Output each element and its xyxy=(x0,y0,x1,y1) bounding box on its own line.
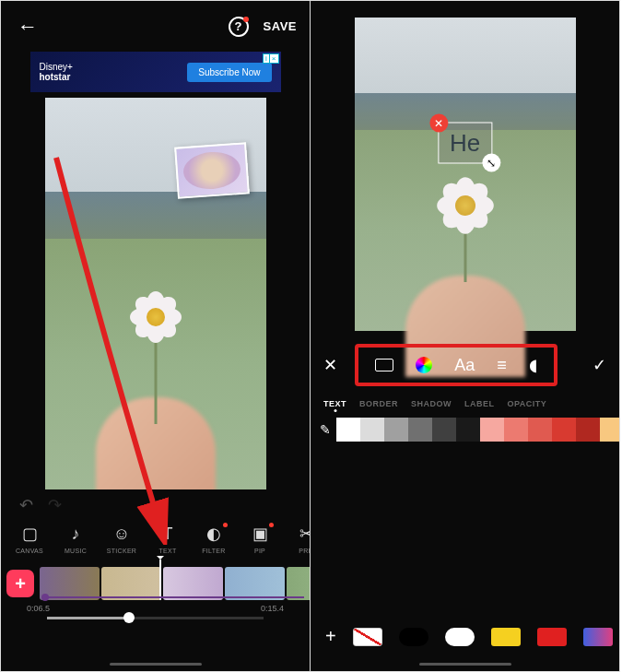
notification-dot xyxy=(243,17,249,22)
add-shape-icon[interactable]: + xyxy=(325,626,336,647)
text-overlay-box[interactable]: He ✕ ⤡ xyxy=(438,123,492,164)
timeline-clip[interactable] xyxy=(287,567,311,600)
label-shape-none[interactable] xyxy=(353,628,382,646)
timeline-clip[interactable] xyxy=(101,567,161,600)
label-shape-white-pill[interactable] xyxy=(445,628,475,646)
scrubber-knob[interactable] xyxy=(123,612,135,623)
current-time: 0:06.5 xyxy=(27,604,50,613)
sticker-overlay[interactable] xyxy=(174,142,250,198)
nav-indicator xyxy=(110,663,202,666)
timeline-clip[interactable] xyxy=(225,567,285,600)
text-edit-screen: He ✕ ⤡ ✕ Aa≡◖ ✓ TEXTBORDERSHADOWLABELOPA… xyxy=(310,0,620,672)
flower-subject xyxy=(129,290,182,344)
label-shape-black-pill[interactable] xyxy=(399,628,428,646)
back-arrow-icon[interactable]: ← xyxy=(18,15,38,39)
label-shape-row: + xyxy=(311,626,619,647)
text-overlay-value: He xyxy=(450,129,480,157)
video-preview[interactable]: He ✕ ⤡ xyxy=(355,18,576,331)
pip-icon: ▣ xyxy=(252,523,268,545)
color-swatch-row: ✎ xyxy=(311,418,619,443)
canvas-icon: ▢ xyxy=(22,523,38,545)
subtab-text[interactable]: TEXT xyxy=(323,399,346,408)
timeline-clip[interactable] xyxy=(163,567,223,600)
color-swatch[interactable] xyxy=(480,418,504,442)
subtab-opacity[interactable]: OPACITY xyxy=(508,399,547,408)
help-icon[interactable]: ? xyxy=(229,17,249,37)
total-time: 0:15.4 xyxy=(261,604,284,613)
video-preview[interactable] xyxy=(45,98,266,489)
sticker-icon: ☺ xyxy=(113,523,130,545)
font-icon[interactable]: Aa xyxy=(454,355,475,375)
tool-label: PIP xyxy=(254,548,265,554)
color-swatch[interactable] xyxy=(456,418,480,442)
tool-canvas[interactable]: ▢CANVAS xyxy=(6,523,53,554)
timeline-clip[interactable] xyxy=(40,567,100,600)
color-swatch[interactable] xyxy=(528,418,552,442)
top-bar: ← ? SAVE xyxy=(1,1,310,52)
nav-indicator xyxy=(419,663,511,666)
color-swatch[interactable] xyxy=(552,418,576,442)
ad-subscribe-button[interactable]: Subscribe Now xyxy=(187,63,271,82)
tool-sticker[interactable]: ☺STICKER xyxy=(99,523,145,554)
close-icon[interactable]: ✕ xyxy=(323,355,337,375)
pre-icon: ✂ xyxy=(299,523,311,545)
tool-label: PRE xyxy=(299,548,310,554)
ad-controls[interactable]: i× xyxy=(263,53,278,64)
delete-text-handle[interactable]: ✕ xyxy=(429,114,448,133)
editor-main-screen: ← ? SAVE Disney+ hotstar Subscribe Now i… xyxy=(0,0,311,672)
color-swatch[interactable] xyxy=(432,418,456,442)
eraser-icon[interactable]: ◖ xyxy=(529,355,537,375)
label-shape-gradient-rect[interactable] xyxy=(583,628,613,646)
save-button[interactable]: SAVE xyxy=(264,19,297,33)
keyboard-icon[interactable] xyxy=(375,355,393,375)
color-swatch[interactable] xyxy=(600,418,620,442)
ad-logo: Disney+ hotstar xyxy=(40,62,73,82)
undo-icon[interactable]: ↶ xyxy=(19,495,33,515)
filter-icon: ◐ xyxy=(206,523,221,545)
audio-track[interactable] xyxy=(41,596,304,598)
add-clip-button[interactable]: + xyxy=(6,570,34,597)
subtab-label[interactable]: LABEL xyxy=(464,399,495,408)
tool-label: MUSIC xyxy=(65,548,87,554)
text-tool-group: Aa≡◖ xyxy=(355,344,557,386)
redo-icon[interactable]: ↷ xyxy=(48,495,62,515)
color-swatch[interactable] xyxy=(384,418,408,442)
tool-label: FILTER xyxy=(202,548,225,554)
subtab-border[interactable]: BORDER xyxy=(359,399,398,408)
tool-filter[interactable]: ◐FILTER xyxy=(191,523,237,554)
text-icon: T xyxy=(163,523,173,545)
color-swatch[interactable] xyxy=(576,418,600,442)
time-readout: 0:06.5 0:15.4 xyxy=(1,604,310,615)
tool-music[interactable]: ♪MUSIC xyxy=(53,523,99,554)
scrubber[interactable] xyxy=(47,617,264,619)
text-edit-bar: ✕ Aa≡◖ ✓ xyxy=(311,331,619,399)
tool-label: CANVAS xyxy=(16,548,43,554)
tool-pip[interactable]: ▣PIP xyxy=(237,523,283,554)
tool-label: TEXT xyxy=(158,548,176,554)
tool-pre[interactable]: ✂PRE xyxy=(283,523,310,554)
playhead[interactable] xyxy=(159,560,161,600)
notification-dot xyxy=(269,523,274,527)
tool-bar: ▢CANVAS♪MUSIC☺STICKERTTEXT◐FILTER▣PIP✂PR… xyxy=(1,521,310,554)
color-swatch[interactable] xyxy=(504,418,528,442)
ad-banner[interactable]: Disney+ hotstar Subscribe Now i× xyxy=(30,52,281,92)
confirm-icon[interactable]: ✓ xyxy=(593,355,606,375)
subtab-shadow[interactable]: SHADOW xyxy=(411,399,452,408)
notification-dot xyxy=(223,523,228,527)
color-swatch[interactable] xyxy=(360,418,384,442)
text-subtabs: TEXTBORDERSHADOWLABELOPACITY xyxy=(311,399,619,418)
label-shape-yellow-rect[interactable] xyxy=(491,628,521,646)
timeline[interactable]: + xyxy=(1,554,310,604)
align-icon[interactable]: ≡ xyxy=(497,355,507,375)
history-controls: ↶ ↷ xyxy=(1,489,310,521)
tool-text[interactable]: TTEXT xyxy=(145,523,191,554)
color-swatch[interactable] xyxy=(408,418,432,442)
tool-label: STICKER xyxy=(107,548,136,554)
color-wheel-icon[interactable] xyxy=(416,355,432,375)
music-icon: ♪ xyxy=(72,523,80,545)
eyedropper-icon[interactable]: ✎ xyxy=(320,418,331,442)
color-swatch[interactable] xyxy=(336,418,360,442)
label-shape-red-parallelogram[interactable] xyxy=(537,628,567,646)
